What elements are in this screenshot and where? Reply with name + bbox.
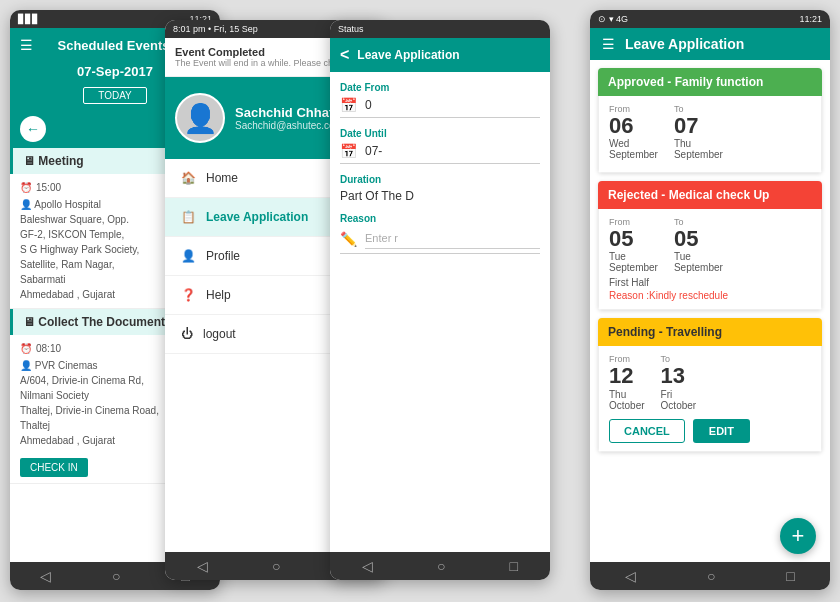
nav-home-icon-3[interactable]: ○ [437,558,445,574]
logout-icon: ⏻ [181,327,193,341]
nav-back-icon-1[interactable]: ◁ [40,568,51,584]
reason-label: Reason [340,213,540,224]
approved-from-num: 06 [609,114,658,138]
date-until-row: Date Until 📅 07- [340,128,540,164]
rejected-from-day: Tue [609,251,658,262]
pending-from-block: From 12 Thu October [609,354,645,410]
status-left-4: ⊙ ▾ 4G [598,14,628,24]
nav-recent-icon-4[interactable]: □ [786,568,794,584]
pending-from-num: 12 [609,364,645,388]
hamburger-icon[interactable]: ☰ [20,37,33,53]
status-bar-4: ⊙ ▾ 4G 11:21 [590,10,830,28]
documents-time: 08:10 [36,341,61,356]
help-icon: ❓ [181,288,196,302]
fab-add-button[interactable]: + [780,518,816,554]
time-display-2: 8:01 pm • Fri, 15 Sep [173,24,258,34]
event-meeting-title: 🖥 Meeting [23,154,84,168]
approved-to-block: To 07 Thu September [674,104,723,160]
edit-button[interactable]: EDIT [693,419,750,443]
leave-card-approved: Approved - Family function From 06 Wed S… [598,68,822,173]
today-badge[interactable]: TODAY [83,87,147,104]
rejected-from-block: From 05 Tue September [609,217,658,273]
menu-help-label: Help [206,288,231,302]
edit-icon: ✏️ [340,231,357,247]
nav-recent-icon-3[interactable]: □ [510,558,518,574]
date-until-label: Date Until [340,128,540,139]
duration-value: Part Of The D [340,189,540,203]
back-arrow-button[interactable]: ← [20,116,46,142]
leave-card-pending: Pending - Travelling From 12 Thu October… [598,318,822,451]
pending-from-month: October [609,400,645,411]
pending-to-block: To 13 Fri October [661,354,697,410]
time-display-3: Status [338,24,364,34]
app-container: ▊▊▊ 11:21 ☰ Scheduled Events → 07-Sep-20… [0,0,840,602]
profile-icon: 👤 [181,249,196,263]
clock-icon-2: ⏰ [20,341,32,356]
pending-header: Pending - Travelling [598,318,822,346]
avatar: 👤 [175,93,225,143]
duration-label: Duration [340,174,540,185]
pending-body: From 12 Thu October To 13 Fri October CA… [598,346,822,451]
approved-dates: From 06 Wed September To 07 Thu Septembe… [609,104,811,160]
approved-to-day: Thu [674,138,723,149]
rejected-dates: From 05 Tue September To 05 Tue Septembe… [609,217,811,273]
cancel-button[interactable]: CANCEL [609,419,685,443]
date-from-row: Date From 📅 0 [340,82,540,118]
approved-to-num: 07 [674,114,723,138]
pending-actions: CANCEL EDIT [609,419,811,443]
leave-form-title: Leave Application [357,48,459,62]
nav-home-icon-4[interactable]: ○ [707,568,715,584]
reason-input-row: ✏️ Enter r [340,228,540,254]
duration-row: Duration Part Of The D [340,174,540,203]
nav-back-icon-3[interactable]: ◁ [362,558,373,574]
date-from-input-row: 📅 0 [340,97,540,118]
rejected-extra: First Half [609,277,811,288]
menu-profile-label: Profile [206,249,240,263]
rejected-to-month: September [674,262,723,273]
date-from-value: 0 [365,98,372,112]
pending-to-month: October [661,400,697,411]
approved-body: From 06 Wed September To 07 Thu Septembe… [598,96,822,173]
nav-back-icon-2[interactable]: ◁ [197,558,208,574]
rejected-to-block: To 05 Tue September [674,217,723,273]
pending-dates: From 12 Thu October To 13 Fri October [609,354,811,410]
pending-to-num: 13 [661,364,697,388]
rejected-from-num: 05 [609,227,658,251]
rejected-header: Rejected - Medical check Up [598,181,822,209]
home-icon: 🏠 [181,171,196,185]
leave-list-title: Leave Application [625,36,744,52]
approved-to-month: September [674,149,723,160]
calendar-icon-until[interactable]: 📅 [340,143,357,159]
rejected-body: From 05 Tue September To 05 Tue Septembe… [598,209,822,310]
meeting-time: 15:00 [36,180,61,195]
phone-leave-form: Status < Leave Application Date From 📅 0… [330,20,550,580]
event-documents-title: 🖥 Collect The Documents [23,315,172,329]
time-display-4: 11:21 [799,14,822,24]
signal-icon: ▊▊▊ [18,14,39,24]
nav-home-icon-1[interactable]: ○ [112,568,120,584]
approved-from-day: Wed [609,138,658,149]
rejected-reason: Reason :Kindly reschedule [609,290,811,301]
date-until-value: 07- [365,144,382,158]
approved-from-block: From 06 Wed September [609,104,658,160]
rejected-to-num: 05 [674,227,723,251]
nav-back-icon-4[interactable]: ◁ [625,568,636,584]
hamburger-icon-4[interactable]: ☰ [602,36,615,52]
rejected-from-month: September [609,262,658,273]
reason-input[interactable]: Enter r [365,228,540,249]
approved-from-month: September [609,149,658,160]
nav-bottom-3: ◁ ○ □ [330,552,550,580]
status-bar-3: Status [330,20,550,38]
nav-home-icon-2[interactable]: ○ [272,558,280,574]
menu-home-label: Home [206,171,238,185]
calendar-icon-from[interactable]: 📅 [340,97,357,113]
date-until-input-row: 📅 07- [340,143,540,164]
date-from-label: Date From [340,82,540,93]
back-button-form[interactable]: < [340,46,349,64]
leave-form-content: Date From 📅 0 Date Until 📅 07- Duration … [330,72,550,274]
rejected-to-day: Tue [674,251,723,262]
leave-icon: 📋 [181,210,196,224]
nav-bottom-4: ◁ ○ □ [590,562,830,590]
checkin-button[interactable]: CHECK IN [20,458,88,477]
menu-leave-label: Leave Application [206,210,308,224]
